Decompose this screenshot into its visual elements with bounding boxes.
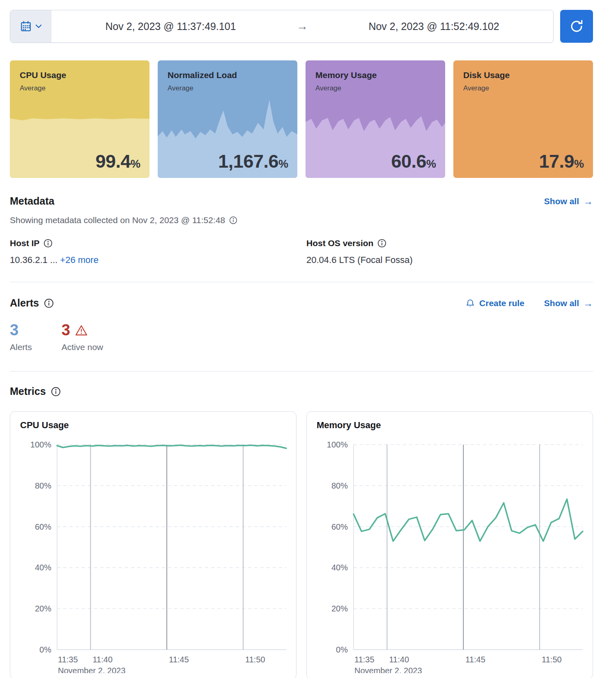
kpi-card-cpu-usage[interactable]: CPU Usage Average 99.4% [10, 60, 149, 178]
kpi-value: 99.4% [95, 151, 140, 172]
section-divider [10, 282, 593, 282]
quick-select-menu-button[interactable] [10, 10, 51, 42]
range-arrow-icon: → [290, 10, 315, 42]
refresh-button[interactable] [560, 10, 593, 43]
svg-text:60%: 60% [331, 522, 348, 531]
svg-text:40%: 40% [331, 563, 348, 572]
svg-text:11:35: 11:35 [58, 655, 78, 664]
alerts-heading: Alerts [10, 297, 39, 309]
warning-triangle-icon [75, 325, 87, 336]
svg-text:60%: 60% [35, 522, 51, 531]
chevron-down-icon [35, 24, 42, 28]
svg-text:11:45: 11:45 [465, 655, 485, 664]
svg-text:11:50: 11:50 [245, 655, 265, 664]
info-icon[interactable] [44, 239, 53, 248]
cpu-usage-chart-card: CPU Usage 0%20%40%60%80%100%11:3511:4011… [10, 411, 297, 678]
svg-text:November 2, 2023: November 2, 2023 [354, 666, 422, 673]
kpi-value: 17.9% [539, 151, 584, 172]
refresh-icon [569, 18, 584, 34]
alerts-show-all-link[interactable]: Show all→ [544, 297, 593, 309]
host-os-version-value: 20.04.6 LTS (Focal Fossa) [306, 255, 413, 265]
kpi-title: Disk Usage [453, 60, 593, 80]
alerts-count-stat: 3 Alerts [10, 321, 32, 352]
metrics-section: Metrics CPU Usage 0%20%40%60%80%100%11:3… [10, 385, 593, 678]
end-date-field[interactable]: Nov 2, 2023 @ 11:52:49.102 [315, 10, 553, 42]
alerts-active-stat: 3 Active now [62, 321, 103, 352]
field-label: Host OS version [306, 238, 373, 248]
info-icon[interactable] [44, 298, 54, 308]
metadata-field-host-ip: Host IP 10.36.2.1 ... +26 more [10, 238, 297, 265]
svg-text:0%: 0% [336, 645, 348, 654]
time-range-bar: Nov 2, 2023 @ 11:37:49.101 → Nov 2, 2023… [10, 10, 593, 43]
kpi-subtitle: Average [158, 80, 297, 92]
metadata-field-host-os-version: Host OS version 20.04.6 LTS (Focal Fossa… [306, 238, 593, 265]
date-range-picker: Nov 2, 2023 @ 11:37:49.101 → Nov 2, 2023… [10, 10, 554, 43]
create-rule-link[interactable]: Create rule [465, 298, 524, 308]
field-label: Host IP [10, 238, 39, 248]
svg-text:November 2, 2023: November 2, 2023 [58, 666, 126, 673]
svg-text:11:50: 11:50 [542, 655, 562, 664]
kpi-card-normalized-load[interactable]: Normalized Load Average 1,167.6% [158, 60, 297, 178]
arrow-right-icon: → [583, 297, 593, 309]
svg-text:0%: 0% [39, 645, 51, 654]
host-overview-page: Nov 2, 2023 @ 11:37:49.101 → Nov 2, 2023… [0, 0, 616, 678]
svg-text:11:45: 11:45 [169, 655, 189, 664]
metrics-heading: Metrics [10, 385, 46, 397]
cpu-usage-chart[interactable]: 0%20%40%60%80%100%11:3511:4011:4511:50No… [10, 434, 296, 673]
kpi-card-memory-usage[interactable]: Memory Usage Average 60.6% [306, 60, 445, 178]
kpi-card-disk-usage[interactable]: Disk Usage Average 17.9% [453, 60, 593, 178]
kpi-value: 60.6% [391, 151, 436, 172]
memory-usage-chart[interactable]: 0%20%40%60%80%100%11:3511:4011:4511:50No… [307, 434, 593, 673]
host-ip-more-link[interactable]: +26 more [60, 255, 99, 265]
kpi-title: CPU Usage [10, 60, 149, 80]
section-divider [10, 371, 593, 371]
metadata-show-all-link[interactable]: Show all→ [544, 196, 593, 207]
alerts-active-label: Active now [62, 342, 103, 352]
metadata-heading: Metadata [10, 195, 54, 207]
metadata-subtitle: Showing metadata collected on Nov 2, 202… [10, 215, 225, 225]
svg-text:100%: 100% [327, 440, 348, 449]
metadata-section: Metadata Show all→ Showing metadata coll… [10, 195, 593, 282]
kpi-subtitle: Average [453, 80, 593, 92]
svg-text:80%: 80% [35, 481, 51, 490]
svg-text:11:35: 11:35 [354, 655, 375, 664]
kpi-card-row: CPU Usage Average 99.4% Normalized Load … [10, 60, 593, 178]
chart-title: CPU Usage [10, 420, 296, 431]
svg-text:100%: 100% [30, 440, 51, 449]
chart-title: Memory Usage [307, 420, 593, 431]
host-ip-value: 10.36.2.1 ... [10, 255, 57, 265]
svg-text:20%: 20% [35, 604, 51, 613]
svg-text:11:40: 11:40 [92, 655, 113, 664]
alerts-active-value: 3 [62, 321, 70, 339]
kpi-value: 1,167.6% [218, 151, 288, 172]
alerts-section: Alerts Cre [10, 297, 593, 371]
kpi-subtitle: Average [306, 80, 445, 92]
svg-text:40%: 40% [35, 563, 51, 572]
arrow-right-icon: → [583, 196, 593, 207]
kpi-title: Normalized Load [158, 60, 297, 80]
calendar-icon [20, 20, 32, 32]
bell-icon [465, 298, 475, 308]
svg-text:11:40: 11:40 [389, 655, 409, 664]
info-icon[interactable] [229, 216, 237, 224]
start-date-field[interactable]: Nov 2, 2023 @ 11:37:49.101 [51, 10, 290, 42]
alerts-count-label: Alerts [10, 342, 32, 352]
kpi-title: Memory Usage [306, 60, 445, 80]
memory-usage-chart-card: Memory Usage 0%20%40%60%80%100%11:3511:4… [306, 411, 593, 678]
kpi-subtitle: Average [10, 80, 149, 92]
info-icon[interactable] [51, 387, 61, 397]
info-icon[interactable] [377, 239, 386, 248]
svg-text:80%: 80% [331, 481, 348, 490]
svg-text:20%: 20% [331, 604, 348, 613]
alerts-count-value: 3 [10, 321, 32, 339]
